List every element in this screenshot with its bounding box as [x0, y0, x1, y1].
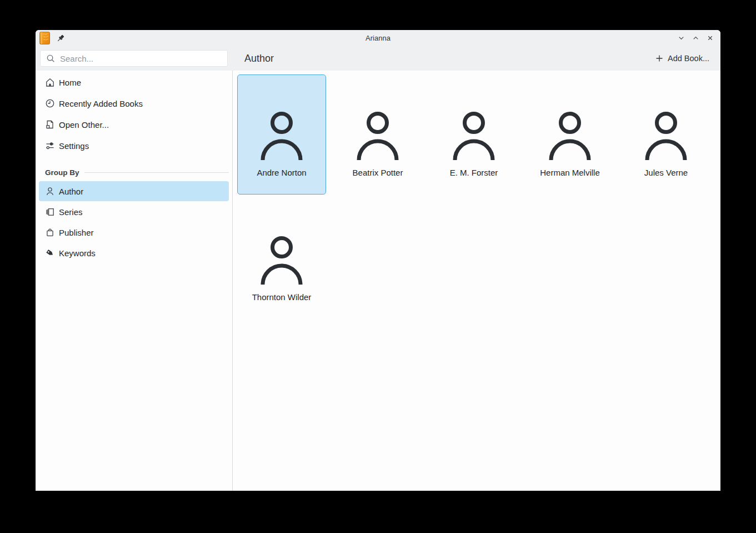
page-title: Author — [244, 53, 274, 64]
shopping-bag-icon — [45, 227, 55, 237]
group-by-separator — [84, 172, 229, 173]
person-icon — [261, 106, 303, 160]
sidebar-item-label: Open Other... — [59, 120, 109, 129]
author-name: Andre Norton — [257, 168, 306, 177]
author-card-thornton-wilder[interactable]: Thornton Wilder — [237, 199, 326, 319]
document-open-icon — [45, 119, 55, 129]
search-text-field[interactable] — [60, 51, 227, 66]
pushpin-icon[interactable] — [56, 34, 65, 43]
window-title: Arianna — [36, 34, 720, 42]
group-by-header: Group By — [36, 166, 232, 179]
sidebar-item-author[interactable]: Author — [39, 181, 229, 201]
settings-sliders-icon — [45, 141, 55, 151]
titlebar[interactable]: Arianna — [36, 30, 720, 46]
author-card-herman-melville[interactable]: Herman Melville — [525, 74, 614, 195]
pages-stack-icon — [45, 207, 55, 217]
plus-icon — [655, 54, 664, 63]
sidebar-item-label: Author — [59, 187, 83, 196]
app-icon — [39, 32, 50, 44]
sidebar-item-keywords[interactable]: Keywords — [39, 243, 229, 263]
app-window: Arianna — [36, 30, 720, 491]
sidebar-item-home[interactable]: Home — [36, 72, 232, 93]
add-book-button[interactable]: Add Book... — [652, 52, 713, 65]
person-icon — [645, 106, 687, 160]
search-input[interactable] — [40, 50, 228, 67]
sidebar-item-settings[interactable]: Settings — [36, 135, 232, 156]
sidebar-item-label: Settings — [59, 141, 89, 151]
author-grid: Andre Norton Beatrix Potter — [237, 74, 718, 319]
group-by-label: Group By — [45, 168, 79, 177]
sidebar: Home Recently Added Books — [36, 71, 233, 491]
sidebar-item-label: Keywords — [59, 248, 96, 258]
sidebar-item-label: Home — [59, 78, 81, 87]
titlebar-left — [39, 32, 65, 44]
person-icon — [45, 186, 55, 196]
sidebar-item-label: Recently Added Books — [59, 99, 143, 108]
main-content: Andre Norton Beatrix Potter — [233, 71, 720, 491]
author-name: Thornton Wilder — [252, 292, 312, 302]
author-name: Jules Verne — [644, 168, 688, 177]
author-card-andre-norton[interactable]: Andre Norton — [237, 74, 326, 195]
body-row: Home Recently Added Books — [36, 71, 720, 491]
clock-icon — [45, 98, 55, 108]
author-card-beatrix-potter[interactable]: Beatrix Potter — [333, 74, 422, 195]
window-controls — [676, 33, 715, 43]
add-book-label: Add Book... — [668, 54, 709, 63]
sidebar-item-recently-added[interactable]: Recently Added Books — [36, 93, 232, 114]
sidebar-item-open-other[interactable]: Open Other... — [36, 114, 232, 135]
sidebar-item-label: Publisher — [59, 228, 94, 237]
close-icon[interactable] — [705, 33, 715, 43]
person-icon — [549, 106, 591, 160]
sidebar-item-series[interactable]: Series — [39, 202, 229, 222]
person-icon — [261, 230, 303, 285]
tag-icon — [45, 248, 55, 258]
author-name: Beatrix Potter — [353, 168, 403, 177]
group-by-list: Author Series — [36, 181, 232, 263]
person-icon — [453, 106, 495, 160]
chevron-up-icon[interactable] — [690, 33, 700, 43]
magnifier-icon — [46, 54, 56, 63]
author-card-e-m-forster[interactable]: E. M. Forster — [429, 74, 518, 195]
author-name: E. M. Forster — [450, 168, 498, 177]
person-icon — [357, 106, 399, 160]
search-zone — [36, 50, 232, 67]
sidebar-item-publisher[interactable]: Publisher — [39, 222, 229, 242]
chevron-down-icon[interactable] — [676, 33, 686, 43]
author-card-jules-verne[interactable]: Jules Verne — [622, 74, 710, 195]
home-icon — [45, 77, 55, 87]
sidebar-item-label: Series — [59, 207, 83, 217]
author-name: Herman Melville — [540, 168, 600, 177]
header-bar: Author Add Book... — [36, 46, 720, 71]
